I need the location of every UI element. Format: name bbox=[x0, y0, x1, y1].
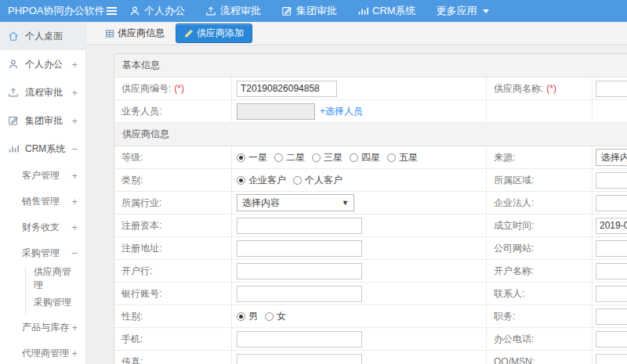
sidebar-item-label: CRM系统 bbox=[25, 142, 65, 156]
sidebar-item-6[interactable]: 销售管理+ bbox=[0, 189, 85, 214]
select-person-link[interactable]: +选择人员 bbox=[320, 105, 363, 118]
field-label-text: 联系人: bbox=[494, 287, 524, 301]
field-label: 办公电话: bbox=[487, 328, 593, 350]
field-cell bbox=[232, 214, 487, 236]
collapse-minus-icon[interactable]: − bbox=[71, 247, 78, 259]
sidebar: 个人桌面个人办公+流程审批+集团审批+CRM系统−客户管理+销售管理+财务收支+… bbox=[0, 22, 86, 364]
field-cell bbox=[232, 237, 487, 259]
text-input[interactable] bbox=[237, 240, 362, 257]
text-input[interactable] bbox=[596, 354, 627, 364]
radio-option[interactable]: 个人客户 bbox=[293, 174, 342, 187]
expand-plus-icon[interactable]: + bbox=[71, 348, 78, 359]
select-dropdown[interactable]: 选择内容▼ bbox=[596, 149, 627, 166]
topbar-menu-item[interactable]: 流程审批 bbox=[205, 4, 261, 18]
radio-option[interactable]: 企业客户 bbox=[237, 174, 286, 187]
sidebar-item-4[interactable]: CRM系统− bbox=[0, 135, 85, 163]
text-input[interactable] bbox=[596, 263, 627, 279]
sidebar-item-8[interactable]: 采购管理− bbox=[0, 240, 85, 266]
topbar-menu-label: 更多应用 bbox=[437, 4, 477, 18]
sidebar-item-label: 供应商管理 bbox=[34, 265, 78, 292]
text-input[interactable] bbox=[237, 103, 315, 120]
upload-icon bbox=[8, 87, 20, 99]
field-label: 成立时间: bbox=[487, 214, 593, 236]
select-value: 选择内容 bbox=[242, 196, 280, 210]
expand-plus-icon[interactable]: + bbox=[71, 170, 78, 182]
field-cell: 一星二星三星四星五星 bbox=[232, 146, 487, 168]
topbar-menu-item[interactable]: 更多应用 bbox=[437, 4, 489, 18]
expand-plus-icon[interactable]: + bbox=[71, 196, 78, 207]
radio-label: 五星 bbox=[399, 151, 418, 164]
expand-plus-icon[interactable]: + bbox=[71, 222, 78, 233]
sidebar-item-11[interactable]: 产品与库存+ bbox=[0, 315, 85, 341]
text-input[interactable] bbox=[237, 81, 337, 97]
text-input[interactable] bbox=[596, 81, 627, 97]
text-input[interactable] bbox=[237, 331, 362, 348]
radio-label: 三星 bbox=[324, 151, 342, 164]
form-row: 银行账号:联系人: bbox=[114, 283, 627, 305]
user-icon bbox=[129, 5, 140, 16]
field-label-text: 职务: bbox=[494, 310, 515, 323]
sidebar-item-3[interactable]: 集团审批+ bbox=[0, 106, 85, 135]
sidebar-item-label: 销售管理 bbox=[22, 195, 60, 208]
sidebar-item-0[interactable]: 个人桌面 bbox=[0, 22, 85, 50]
text-input[interactable] bbox=[596, 172, 627, 189]
text-input[interactable] bbox=[237, 354, 362, 364]
select-dropdown[interactable]: 选择内容▼ bbox=[237, 194, 354, 211]
expand-plus-icon[interactable]: + bbox=[71, 87, 78, 99]
sidebar-item-2[interactable]: 流程审批+ bbox=[0, 78, 85, 106]
topbar-menu-item[interactable]: 集团审批 bbox=[281, 4, 337, 18]
text-input[interactable] bbox=[596, 308, 627, 325]
text-input[interactable] bbox=[596, 195, 627, 211]
expand-plus-icon[interactable]: + bbox=[71, 59, 78, 70]
radio-option[interactable]: 男 bbox=[237, 310, 258, 323]
field-label-text: 成立时间: bbox=[494, 219, 534, 232]
text-input[interactable] bbox=[237, 218, 362, 234]
caret-down-icon bbox=[481, 9, 489, 13]
collapse-minus-icon[interactable]: − bbox=[71, 143, 78, 155]
radio-option[interactable]: 二星 bbox=[274, 151, 305, 164]
radio-option[interactable]: 女 bbox=[265, 310, 286, 323]
form-row: 等级:一星二星三星四星五星来源:选择内容▼ bbox=[114, 146, 627, 169]
radio-unselected-icon bbox=[265, 312, 274, 321]
sidebar-item-7[interactable]: 财务收支+ bbox=[0, 214, 85, 240]
text-input[interactable] bbox=[596, 286, 627, 302]
expand-plus-icon[interactable]: + bbox=[71, 322, 78, 333]
topbar-menu-item[interactable]: CRM系统 bbox=[357, 4, 416, 18]
radio-option[interactable]: 四星 bbox=[350, 151, 380, 164]
sidebar-item-label: 采购管理 bbox=[34, 296, 71, 309]
field-cell bbox=[593, 305, 627, 327]
text-input[interactable] bbox=[237, 263, 362, 279]
sidebar-item-9[interactable]: 供应商管理 bbox=[25, 266, 85, 290]
sidebar-item-label: 代理商管理 bbox=[22, 347, 69, 360]
radio-unselected-icon bbox=[350, 153, 358, 162]
text-input[interactable] bbox=[596, 218, 627, 234]
sidebar-item-5[interactable]: 客户管理+ bbox=[0, 163, 85, 189]
radio-option[interactable]: 一星 bbox=[237, 151, 267, 164]
radio-label: 女 bbox=[277, 310, 286, 323]
text-input[interactable] bbox=[237, 286, 362, 302]
text-input[interactable] bbox=[596, 331, 627, 348]
tab-1[interactable]: 供应商添加 bbox=[176, 23, 252, 43]
text-input[interactable] bbox=[596, 240, 627, 257]
radio-option[interactable]: 五星 bbox=[387, 151, 418, 164]
field-cell bbox=[232, 328, 487, 350]
field-label: 开户行: bbox=[114, 260, 232, 282]
field-cell bbox=[593, 100, 627, 122]
topbar-menu-item[interactable]: 个人办公 bbox=[129, 4, 185, 18]
sidebar-item-label: 个人办公 bbox=[25, 58, 63, 71]
field-cell bbox=[232, 77, 487, 99]
field-cell bbox=[593, 351, 627, 364]
form-row: 类别:企业客户个人客户所属区域: bbox=[114, 169, 627, 192]
field-cell bbox=[593, 77, 627, 99]
field-label-text: 开户行: bbox=[121, 265, 152, 278]
tab-0[interactable]: 供应商信息 bbox=[103, 24, 166, 42]
topbar-menu-label: CRM系统 bbox=[372, 4, 416, 18]
hamburger-icon[interactable] bbox=[107, 7, 117, 15]
sidebar-item-12[interactable]: 代理商管理+ bbox=[0, 341, 85, 364]
expand-plus-icon[interactable]: + bbox=[71, 115, 78, 127]
field-cell bbox=[593, 214, 627, 236]
sidebar-item-1[interactable]: 个人办公+ bbox=[0, 50, 85, 78]
radio-option[interactable]: 三星 bbox=[312, 151, 342, 164]
sidebar-item-10[interactable]: 采购管理 bbox=[25, 290, 85, 315]
field-label: 所属行业: bbox=[114, 192, 232, 214]
